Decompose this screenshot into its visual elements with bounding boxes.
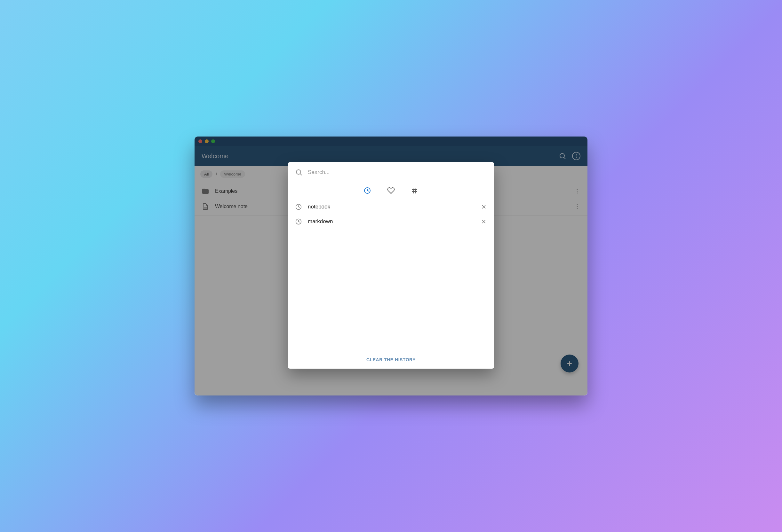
svg-point-12 [296, 170, 301, 174]
search-icon [295, 168, 303, 176]
remove-history-item[interactable] [481, 218, 487, 225]
search-tabs [288, 182, 494, 198]
svg-line-18 [415, 188, 416, 193]
clock-icon [295, 203, 302, 211]
history-item[interactable]: notebook [294, 199, 488, 214]
remove-history-item[interactable] [481, 204, 487, 210]
tab-recent[interactable] [363, 187, 371, 194]
svg-line-17 [414, 188, 414, 193]
search-row [288, 162, 494, 182]
app-window: Welcome All / Welcome Examples [194, 137, 588, 395]
svg-line-13 [300, 174, 302, 175]
history-item[interactable]: markdown [294, 214, 488, 229]
tab-tags[interactable] [411, 187, 419, 194]
history-list: notebook markdown [288, 198, 494, 352]
history-item-label: notebook [308, 204, 475, 210]
tab-favorites[interactable] [387, 187, 395, 194]
search-modal: notebook markdown CLEAR THE HISTORY [288, 162, 494, 369]
history-item-label: markdown [308, 218, 475, 225]
clear-history-button[interactable]: CLEAR THE HISTORY [288, 352, 494, 369]
modal-scrim[interactable]: notebook markdown CLEAR THE HISTORY [194, 137, 588, 395]
clock-icon [295, 218, 302, 225]
search-input[interactable] [308, 169, 487, 176]
